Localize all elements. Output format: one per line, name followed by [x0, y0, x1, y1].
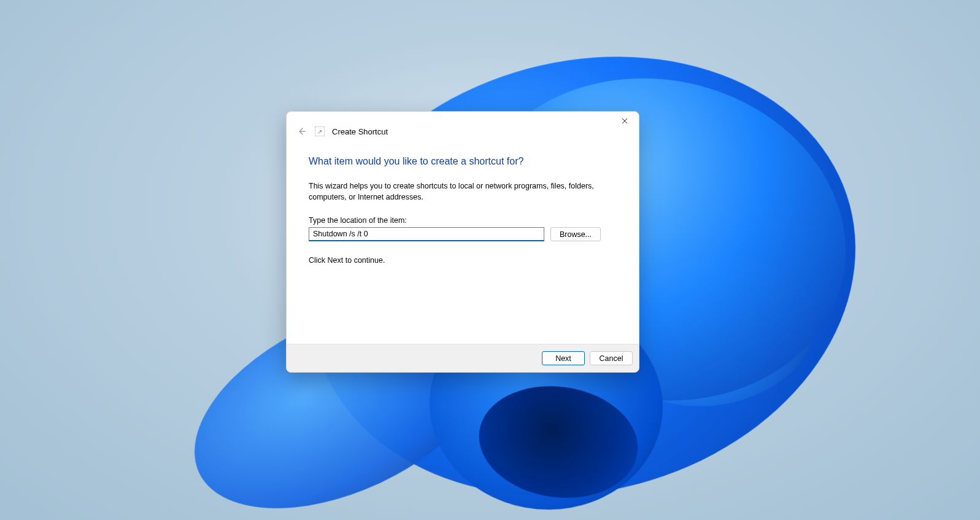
next-button[interactable]: Next: [542, 351, 585, 365]
close-button[interactable]: [611, 112, 639, 130]
wizard-description: This wizard helps you to create shortcut…: [309, 180, 615, 203]
shortcut-icon: ↗: [315, 126, 325, 136]
location-label: Type the location of the item:: [309, 216, 617, 225]
continue-text: Click Next to continue.: [309, 256, 617, 265]
wizard-heading: What item would you like to create a sho…: [309, 156, 617, 167]
dialog-title: Create Shortcut: [332, 127, 388, 136]
browse-button[interactable]: Browse...: [550, 227, 601, 241]
window-titlebar: [611, 112, 639, 130]
dialog-header: ↗ Create Shortcut: [287, 112, 639, 141]
arrow-left-icon: [297, 127, 306, 136]
back-button[interactable]: [295, 125, 307, 138]
create-shortcut-dialog: ↗ Create Shortcut What item would you li…: [286, 111, 639, 373]
dialog-footer: Next Cancel: [287, 344, 639, 372]
close-icon: [622, 118, 628, 124]
cancel-button[interactable]: Cancel: [590, 351, 633, 365]
location-input[interactable]: [309, 227, 544, 241]
dialog-content: What item would you like to create a sho…: [287, 141, 639, 344]
